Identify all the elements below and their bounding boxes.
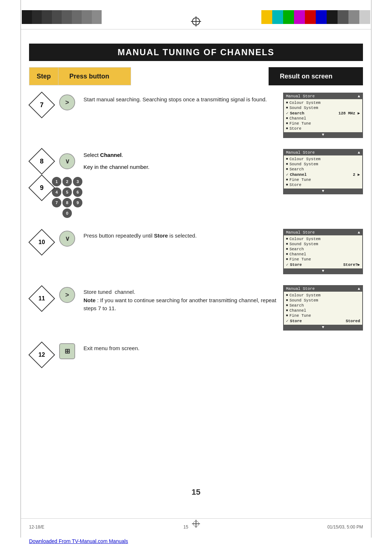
step-number-11: 11: [29, 285, 54, 310]
step-number-10: 10: [29, 229, 54, 254]
step-row-12: 12 ⊞ Exit menu from screen.: [29, 341, 363, 367]
step-number-8: 8: [29, 149, 54, 172]
top-crosshair: [191, 16, 201, 27]
bottom-right: 01/15/03, 5:00 PM: [327, 524, 363, 530]
screen-title-7: Manual Store: [286, 94, 315, 98]
screen-title-89: Manual Store: [286, 150, 315, 155]
screen-row: ■Colour System: [286, 236, 360, 242]
screen-row: ■Colour System: [286, 157, 360, 162]
desc-9: Key in the channel number.: [83, 164, 278, 170]
step-number-7: 7: [29, 93, 54, 116]
screen-row: ■Search: [286, 247, 360, 252]
header-result: Result on screen: [269, 67, 363, 85]
diamond-10: 10: [30, 231, 53, 254]
numpad-key-2: 2: [62, 177, 72, 186]
numpad-key-8: 8: [62, 198, 72, 207]
bottom-crosshair: [192, 520, 200, 528]
screen-row: ■Store: [286, 182, 360, 187]
screen-box-7: Manual Store ▲ ■Colour System ■Sound Sys…: [283, 93, 363, 138]
screen-body-11: ■Colour System ■Sound System ■Search ■Ch…: [284, 292, 362, 325]
btn-icon-8: ∨: [54, 151, 80, 169]
header-step: Step: [29, 67, 58, 85]
diamond-text-8: 8: [40, 158, 44, 165]
btn-circle-10: ∨: [59, 231, 75, 247]
btn-circle-7: >: [59, 94, 75, 110]
diamond-11: 11: [30, 287, 53, 310]
screen-row: ■Channel: [286, 308, 360, 313]
screen-row: ■Fine Tune: [286, 257, 360, 262]
screen-box-11: Manual Store ▲ ■Colour System ■Sound Sys…: [283, 285, 363, 331]
step-row-7: 7 > Start manual searching. Searching st…: [29, 93, 363, 138]
screen-row: ■Search: [286, 303, 360, 308]
screen-footer-89: ▼: [284, 189, 362, 194]
screen-row: ✓Channel2 ▶: [286, 172, 360, 177]
step-number-9: 9: [29, 175, 54, 198]
page-title: Manual Tuning of Channels: [29, 44, 363, 61]
screen-title-10: Manual Store: [286, 230, 315, 235]
btn-icon-7: >: [54, 93, 80, 110]
diamond-12: 12: [30, 343, 53, 366]
header-spacer: [131, 67, 269, 85]
screen-body-7: ■Colour System ■Sound System ✓Search128 …: [284, 99, 362, 132]
numpad-9: 1 2 3 4 5 6 7 8 9 0: [52, 177, 82, 218]
step-desc-7: Start manual searching. Searching stops …: [80, 93, 283, 104]
btn-icon-10: ∨: [54, 229, 80, 247]
screen-row: ■Sound System: [286, 162, 360, 167]
desc-8: Select Channel.: [83, 152, 278, 158]
screen-box-10: Manual Store ▲ ■Colour System ■Sound Sys…: [283, 229, 363, 274]
btn-icon-9: 1 2 3 4 5 6 7 8 9 0: [54, 175, 80, 218]
screen-row: ■Sound System: [286, 242, 360, 247]
screen-title-arrow-7: ▲: [358, 94, 360, 98]
diamond-text-7: 7: [40, 101, 44, 109]
btn-circle-11: >: [59, 287, 75, 303]
vline-left: [20, 0, 21, 538]
numpad-key-1: 1: [52, 177, 61, 186]
diamond-text-9: 9: [40, 184, 44, 192]
diamond-text-10: 10: [38, 239, 45, 246]
screen-row: ■Channel: [286, 252, 360, 257]
screen-row: ■Sound System: [286, 298, 360, 303]
bottom-left: 12-18/E: [29, 524, 44, 530]
diamond-text-11: 11: [38, 295, 45, 302]
screen-header-11: Manual Store ▲: [284, 286, 362, 292]
screen-row: ■Fine Tune: [286, 177, 360, 182]
screen-row: ■Colour System: [286, 293, 360, 298]
bottom-center: 15: [183, 524, 188, 530]
btn-icon-11: >: [54, 285, 80, 303]
header-row: Step Press button Result on screen: [29, 67, 363, 85]
numpad-key-9: 9: [73, 198, 82, 207]
step-row-89: 8 ∨ 9 1 2: [29, 149, 363, 218]
bottom-bar: [20, 518, 372, 519]
screen-row: ✓Search128 MHz ▶: [286, 110, 360, 116]
screen-row: ■Colour System: [286, 100, 360, 105]
screen-row: ■Store: [286, 126, 360, 131]
download-link[interactable]: Downloaded From TV-Manual.com Manuals: [29, 538, 128, 544]
btn-icon-12: ⊞: [54, 341, 80, 359]
step-row-10: 10 ∨ Press button repeatedly until Store…: [29, 229, 363, 274]
sub-step-9: 9 1 2 3 4 5 6 7 8 9 0: [29, 175, 80, 218]
step-desc-12: Exit menu from screen.: [80, 341, 363, 353]
page-number: 15: [192, 487, 200, 497]
screen-header-89: Manual Store ▲: [284, 150, 362, 155]
step-desc-10: Press button repeatedly until Store is s…: [80, 229, 283, 240]
screen-footer-7: ▼: [284, 132, 362, 137]
numpad-key-5: 5: [62, 187, 72, 197]
top-bar-right: [261, 10, 370, 24]
screen-row: ■Search: [286, 167, 360, 172]
screen-header-10: Manual Store ▲: [284, 230, 362, 235]
screen-footer-11: ▼: [284, 325, 362, 330]
step-desc-89: Select Channel. Key in the channel numbe…: [80, 149, 283, 170]
diamond-7: 7: [31, 94, 52, 116]
screen-box-89: Manual Store ▲ ■Colour System ■Sound Sys…: [283, 149, 363, 194]
top-bar-left: [22, 10, 102, 24]
screen-footer-10: ▼: [284, 268, 362, 274]
screen-title-arrow-10: ▲: [358, 230, 360, 235]
screen-title-arrow-89: ▲: [358, 150, 360, 155]
screen-row: ■Fine Tune: [286, 121, 360, 126]
sub-step-8: 8 ∨: [29, 149, 80, 172]
hline-top: [20, 29, 372, 29]
btn-circle-8: ∨: [59, 153, 75, 169]
numpad-key-7: 7: [52, 198, 61, 207]
diamond-9: 9: [31, 177, 52, 198]
diamond-8: 8: [31, 151, 52, 172]
